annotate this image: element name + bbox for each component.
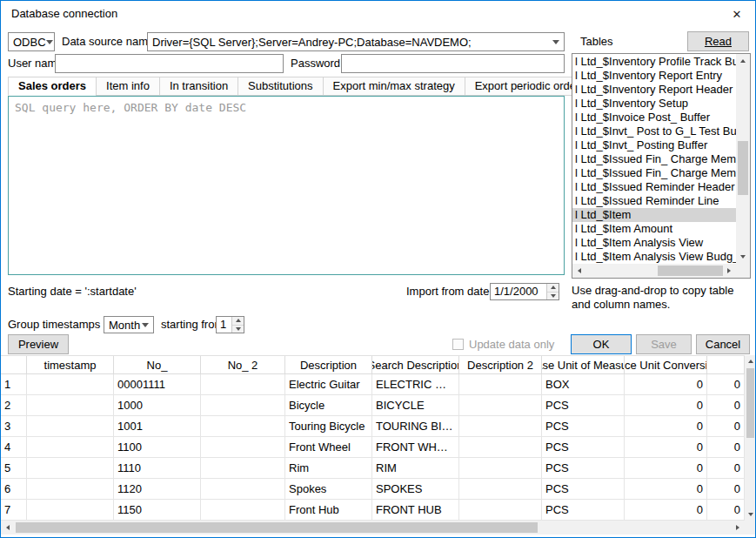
group-period-select[interactable]: Month	[104, 316, 154, 333]
cell-price-unit-conversion[interactable]: 0	[625, 416, 707, 437]
table-row[interactable]: 4 1100 Front Wheel FRONT WHEEL PCS 0 0	[1, 437, 745, 458]
tables-horizontal-scrollbar[interactable]	[572, 264, 736, 278]
password-input[interactable]	[341, 54, 565, 73]
cell-price-unit-conversion[interactable]: 0	[625, 437, 707, 458]
scrollbar-thumb[interactable]	[16, 522, 538, 533]
scroll-left-icon[interactable]	[572, 264, 586, 278]
cell-no[interactable]: 1100	[114, 437, 201, 458]
cell-description2[interactable]	[459, 500, 542, 521]
preview-button[interactable]: Preview	[8, 334, 69, 354]
spin-down-icon[interactable]	[547, 293, 559, 300]
cell-description2[interactable]	[459, 437, 542, 458]
spin-up-icon[interactable]	[547, 284, 559, 293]
scroll-up-icon[interactable]	[736, 54, 750, 68]
cell-description[interactable]: Spokes	[285, 479, 372, 500]
table-list-item[interactable]: l Ltd_$Issued Reminder Line	[572, 194, 736, 208]
tab-item-info[interactable]: Item info	[96, 77, 160, 96]
column-header-description2[interactable]: Description 2	[459, 356, 542, 374]
cell-base-unit[interactable]: PCS	[542, 437, 625, 458]
cell-base-unit[interactable]: PCS	[542, 395, 625, 416]
tab-substitutions[interactable]: Substitutions	[238, 77, 323, 96]
scroll-down-icon[interactable]	[745, 508, 756, 521]
table-list-item[interactable]: l Ltd_$Item Amount	[572, 222, 736, 236]
table-list-item[interactable]: l Ltd_$Inventory Report Header	[572, 83, 736, 97]
table-row[interactable]: 6 1120 Spokes SPOKES PCS 0 0	[1, 479, 745, 500]
cell-timestamp[interactable]	[27, 374, 114, 395]
update-data-only-checkbox[interactable]	[452, 339, 464, 350]
cell-description2[interactable]	[459, 458, 542, 479]
table-list-item[interactable]: l Ltd_$Inventory Setup	[572, 97, 736, 111]
cell-no2[interactable]	[201, 437, 285, 458]
table-list-item[interactable]: l Ltd_$Inventory Profile Track Buffer	[572, 55, 736, 69]
close-icon[interactable]: ✕	[719, 1, 755, 27]
cell-description[interactable]: Electric Guitar	[285, 374, 372, 395]
cell-price-unit-conversion[interactable]: 0	[625, 500, 707, 521]
column-header-base-unit[interactable]: Base Unit of Measure	[542, 356, 625, 374]
grid-vertical-scrollbar[interactable]	[745, 355, 756, 521]
table-list-item[interactable]: l Ltd_$Inventory Report Entry	[572, 69, 736, 83]
cell-extra[interactable]: 0	[707, 416, 745, 437]
cell-no2[interactable]	[201, 374, 285, 395]
column-header-no[interactable]: No_	[114, 356, 201, 374]
cell-base-unit[interactable]: PCS	[542, 458, 625, 479]
column-header-search-description[interactable]: Search Description	[372, 356, 459, 374]
cell-timestamp[interactable]	[27, 395, 114, 416]
table-list-item[interactable]: l Ltd_$Item Analysis View	[572, 236, 736, 250]
cell-no2[interactable]	[201, 416, 285, 437]
read-button[interactable]: Read	[687, 31, 749, 51]
cell-description2[interactable]	[459, 374, 542, 395]
cancel-button[interactable]: Cancel	[696, 334, 750, 354]
cell-extra[interactable]: 0	[707, 437, 745, 458]
table-row[interactable]: 1 00001111 Electric Guitar ELECTRIC GUIT…	[1, 374, 745, 395]
cell-no2[interactable]	[201, 458, 285, 479]
cell-extra[interactable]: 0	[707, 374, 745, 395]
scrollbar-thumb[interactable]	[658, 266, 723, 276]
cell-no[interactable]: 1000	[114, 395, 201, 416]
cell-timestamp[interactable]	[27, 458, 114, 479]
cell-search-description[interactable]: FRONT WHEEL	[372, 437, 459, 458]
table-row[interactable]: 7 1150 Front Hub FRONT HUB PCS 0 0	[1, 500, 745, 521]
scrollbar-thumb[interactable]	[746, 368, 754, 438]
tab-in-transition[interactable]: In transition	[159, 77, 238, 96]
table-row[interactable]: 2 1000 Bicycle BICYCLE PCS 0 0	[1, 395, 745, 416]
scroll-up-icon[interactable]	[745, 355, 756, 367]
cell-search-description[interactable]: FRONT HUB	[372, 500, 459, 521]
sql-query-input[interactable]	[8, 96, 565, 275]
column-header-no2[interactable]: No_ 2	[201, 356, 285, 374]
import-from-date-spinner[interactable]: 1/1/2000	[490, 283, 559, 300]
cell-description2[interactable]	[459, 416, 542, 437]
table-list-item[interactable]: l Ltd_$Issued Fin_ Charge Memo Header	[572, 152, 736, 166]
tables-vertical-scrollbar[interactable]	[736, 54, 750, 264]
table-row[interactable]: 3 1001 Touring Bicycle TOURING BICYCLE P…	[1, 416, 745, 437]
cell-base-unit[interactable]: BOX	[542, 374, 625, 395]
table-list-item[interactable]: l Ltd_$Invt_ Post to G_L Test Buffer	[572, 124, 736, 138]
cell-price-unit-conversion[interactable]: 0	[625, 479, 707, 500]
table-list-item[interactable]: l Ltd_$Invoice Post_ Buffer	[572, 111, 736, 124]
driver-type-select[interactable]: ODBC	[8, 32, 55, 51]
scroll-left-icon[interactable]	[1, 521, 15, 535]
cell-no[interactable]: 1150	[114, 500, 201, 521]
cell-timestamp[interactable]	[27, 437, 114, 458]
cell-price-unit-conversion[interactable]: 0	[625, 458, 707, 479]
table-list-item[interactable]: l Ltd_$Item Analysis View Budg_ Entry	[572, 250, 736, 264]
cell-description[interactable]: Touring Bicycle	[285, 416, 372, 437]
cell-no[interactable]: 00001111	[114, 374, 201, 395]
cell-extra[interactable]: 0	[707, 395, 745, 416]
tab-export-min-max-strategy[interactable]: Export min/max strategy	[323, 77, 465, 96]
cell-base-unit[interactable]: PCS	[542, 479, 625, 500]
cell-no[interactable]: 1110	[114, 458, 201, 479]
table-row[interactable]: 5 1110 Rim RIM PCS 0 0	[1, 458, 745, 479]
cell-timestamp[interactable]	[27, 500, 114, 521]
cell-description[interactable]: Front Wheel	[285, 437, 372, 458]
cell-description2[interactable]	[459, 479, 542, 500]
scroll-right-icon[interactable]	[731, 521, 745, 535]
grid-horizontal-scrollbar[interactable]	[1, 521, 745, 535]
username-input[interactable]	[55, 54, 284, 73]
cell-timestamp[interactable]	[27, 416, 114, 437]
scrollbar-thumb[interactable]	[738, 141, 748, 195]
table-list-item[interactable]: l Ltd_$Invt_ Posting Buffer	[572, 138, 736, 152]
cell-base-unit[interactable]: PCS	[542, 500, 625, 521]
ok-button[interactable]: OK	[571, 334, 632, 354]
scroll-down-icon[interactable]	[736, 250, 750, 264]
tab-sales-orders[interactable]: Sales orders	[8, 77, 97, 96]
